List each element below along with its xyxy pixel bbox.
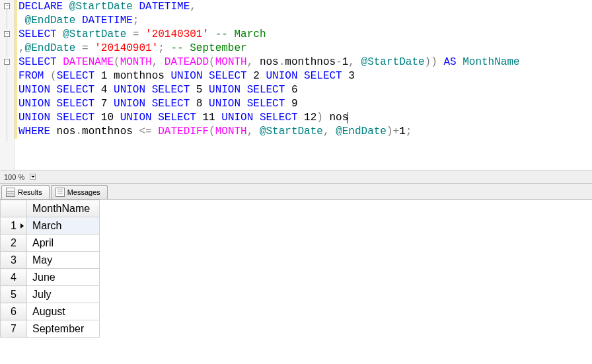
code-token: , <box>348 56 361 68</box>
row-number[interactable]: 5 <box>1 286 27 303</box>
grid-cell[interactable]: September <box>27 320 100 338</box>
tab-messages-label: Messages <box>67 188 100 196</box>
tab-messages[interactable]: Messages <box>51 185 108 199</box>
code-token: monthnos <box>285 56 336 68</box>
code-token: '20140301' <box>145 28 215 40</box>
code-token: ( <box>209 56 215 68</box>
row-number[interactable]: 6 <box>1 303 27 320</box>
code-token: 5 <box>196 84 209 96</box>
code-token: MONTH <box>215 56 247 68</box>
code-token: SELECT <box>57 70 101 82</box>
code-token: UNION <box>18 98 57 110</box>
code-token: ) <box>316 112 329 124</box>
grid-cell[interactable]: August <box>27 303 100 320</box>
code-pane[interactable]: DECLARE @StartDate DATETIME, @EndDate DA… <box>15 0 592 170</box>
code-content[interactable]: DECLARE @StartDate DATETIME, @EndDate DA… <box>15 0 592 139</box>
code-token: nos <box>57 126 76 137</box>
table-row[interactable]: 3May <box>1 252 100 269</box>
row-number[interactable]: 1 <box>1 217 27 235</box>
table-row[interactable]: 1March <box>1 217 100 235</box>
code-line[interactable]: WHERE nos.monthnos <= DATEDIFF(MONTH, @S… <box>18 125 592 139</box>
grid-cell[interactable]: March <box>27 217 100 235</box>
row-number[interactable]: 7 <box>1 320 27 338</box>
code-token: 4 <box>101 84 114 96</box>
fold-gutter <box>0 0 15 170</box>
code-token: SELECT <box>247 84 291 96</box>
text-caret <box>348 112 348 124</box>
fold-toggle-icon[interactable] <box>4 31 10 37</box>
code-token: ; <box>406 126 412 137</box>
code-token: UNION <box>266 70 305 82</box>
zoom-dropdown-icon[interactable] <box>30 174 36 180</box>
code-token: UNION <box>209 84 247 96</box>
code-token: 12 <box>304 112 316 124</box>
code-token: . <box>75 126 82 137</box>
grid-corner[interactable] <box>1 200 27 217</box>
code-token: DATETIME <box>82 15 133 26</box>
code-token: UNION <box>221 112 260 124</box>
code-token: SELECT <box>304 70 348 82</box>
code-token: MONTH <box>215 126 247 137</box>
code-token: SELECT <box>18 56 63 68</box>
code-token: DATEADD <box>165 56 209 68</box>
code-token: )+ <box>387 126 399 137</box>
table-row[interactable]: 4June <box>1 269 100 286</box>
code-token: = <box>82 42 94 54</box>
code-token: SELECT <box>18 28 63 40</box>
grid-cell[interactable]: May <box>27 252 100 269</box>
code-token: . <box>279 56 285 68</box>
results-tabs: Results Messages <box>0 184 592 200</box>
table-row[interactable]: 2April <box>1 235 100 252</box>
code-token: UNION <box>114 98 152 110</box>
code-token: ( <box>50 70 57 82</box>
code-token: DATENAME <box>63 56 114 68</box>
tab-results[interactable]: Results <box>1 185 50 199</box>
column-header[interactable]: MonthName <box>27 200 100 217</box>
fold-toggle-icon[interactable] <box>4 3 10 9</box>
code-token: - <box>336 56 342 68</box>
code-token: WHERE <box>18 126 57 137</box>
code-line[interactable]: SELECT @StartDate = '20140301' -- March <box>18 28 592 42</box>
code-token: SELECT <box>152 98 196 110</box>
code-line[interactable]: SELECT DATENAME(MONTH, DATEADD(MONTH, no… <box>18 55 592 69</box>
code-token: SELECT <box>247 98 291 110</box>
code-line[interactable]: FROM (SELECT 1 monthnos UNION SELECT 2 U… <box>18 69 592 83</box>
row-number[interactable]: 3 <box>1 252 27 269</box>
row-number[interactable]: 2 <box>1 235 27 252</box>
sql-editor[interactable]: DECLARE @StartDate DATETIME, @EndDate DA… <box>0 0 592 170</box>
results-grid[interactable]: MonthName1March2April3May4June5July6Augu… <box>0 200 100 338</box>
code-token: , <box>247 56 260 68</box>
code-token: ( <box>114 56 120 68</box>
code-token: 11 <box>202 112 221 124</box>
table-row[interactable]: 6August <box>1 303 100 320</box>
code-token: MonthName <box>462 56 519 68</box>
code-token: nos <box>330 112 349 124</box>
code-token: UNION <box>170 70 209 82</box>
code-line[interactable]: UNION SELECT 10 UNION SELECT 11 UNION SE… <box>18 111 592 125</box>
zoom-level-label: 100 % <box>1 173 27 181</box>
code-token: 1 <box>342 56 349 68</box>
table-row[interactable]: 7September <box>1 320 100 338</box>
code-line[interactable]: UNION SELECT 4 UNION SELECT 5 UNION SELE… <box>18 83 592 97</box>
fold-toggle-icon[interactable] <box>4 59 10 65</box>
code-line[interactable]: DECLARE @StartDate DATETIME, <box>18 0 592 14</box>
row-number[interactable]: 4 <box>1 269 27 286</box>
table-row[interactable]: 5July <box>1 286 100 303</box>
code-token: @StartDate <box>260 126 323 137</box>
code-line[interactable]: UNION SELECT 7 UNION SELECT 8 UNION SELE… <box>18 97 592 111</box>
grid-cell[interactable]: July <box>27 286 100 303</box>
code-token: MONTH <box>120 56 152 68</box>
code-token: , <box>152 56 165 68</box>
code-token: @EndDate <box>18 15 82 26</box>
code-token: UNION <box>18 112 57 124</box>
fold-line <box>7 65 7 141</box>
code-token: monthnos <box>82 126 139 137</box>
code-token: SELECT <box>158 112 202 124</box>
code-line[interactable]: @EndDate DATETIME; <box>18 14 592 28</box>
fold-line <box>7 37 7 57</box>
grid-cell[interactable]: April <box>27 235 100 252</box>
grid-cell[interactable]: June <box>27 269 100 286</box>
code-token: AS <box>443 56 462 68</box>
code-token: SELECT <box>57 84 101 96</box>
code-line[interactable]: ,@EndDate = '20140901'; -- September <box>18 42 592 55</box>
